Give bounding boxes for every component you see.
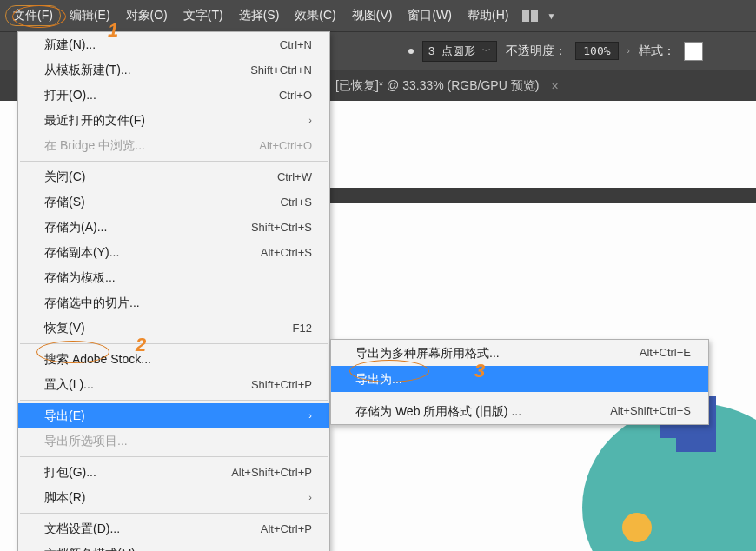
menu-item-label: 新建(N)... bbox=[44, 36, 96, 54]
menu-item[interactable]: 脚本(R)› bbox=[18, 485, 329, 510]
menu-item-label: 存储为模板... bbox=[44, 269, 116, 287]
menu-item-label: 搜索 Adobe Stock... bbox=[44, 350, 151, 368]
tab-title[interactable]: [已恢复]* @ 33.33% (RGB/GPU 预览) bbox=[335, 78, 539, 94]
separator bbox=[20, 513, 328, 514]
menu-item-label: 存储副本(Y)... bbox=[44, 243, 119, 262]
menu-item-label: 打开(O)... bbox=[44, 86, 96, 104]
submenu-item-label: 导出为多种屏幕所用格式... bbox=[355, 343, 500, 362]
menu-window[interactable]: 窗口(W) bbox=[401, 4, 459, 27]
separator bbox=[20, 343, 328, 344]
menu-item-shortcut: Ctrl+W bbox=[277, 168, 312, 186]
menu-item-shortcut: Ctrl+S bbox=[281, 193, 312, 211]
stroke-type: 点圆形 bbox=[441, 43, 475, 59]
menu-item[interactable]: 存储选中的切片... bbox=[18, 290, 329, 315]
menu-item[interactable]: 打包(G)...Alt+Shift+Ctrl+P bbox=[18, 460, 329, 485]
submenu-item[interactable]: 存储为 Web 所用格式 (旧版) ...Alt+Shift+Ctrl+S bbox=[331, 398, 708, 424]
menu-item[interactable]: 打开(O)...Ctrl+O bbox=[18, 83, 329, 108]
menu-item-shortcut: F12 bbox=[293, 319, 312, 337]
menu-item-label: 文档设置(D)... bbox=[44, 520, 120, 538]
menu-help[interactable]: 帮助(H) bbox=[461, 4, 515, 27]
menu-item[interactable]: 最近打开的文件(F)› bbox=[18, 108, 329, 133]
menu-item-label: 恢复(V) bbox=[44, 319, 85, 337]
menu-edit[interactable]: 编辑(E) bbox=[63, 4, 117, 27]
chevron-right-icon: › bbox=[308, 407, 312, 425]
menu-item-label: 关闭(C) bbox=[44, 168, 85, 186]
menu-item-label: 脚本(R) bbox=[44, 488, 85, 507]
menu-item[interactable]: 存储为(A)...Shift+Ctrl+S bbox=[18, 215, 329, 240]
menu-item[interactable]: 新建(N)...Ctrl+N bbox=[18, 32, 329, 57]
menu-view[interactable]: 视图(V) bbox=[345, 4, 400, 27]
menu-bar: 文件(F) 编辑(E) 对象(O) 文字(T) 选择(S) 效果(C) 视图(V… bbox=[0, 0, 756, 31]
menu-item-shortcut: Ctrl+O bbox=[279, 86, 312, 104]
export-submenu: 导出为多种屏幕所用格式...Alt+Ctrl+E导出为...存储为 Web 所用… bbox=[330, 339, 709, 425]
workspace-icon[interactable] bbox=[522, 10, 541, 22]
menu-item-label: 导出(E) bbox=[44, 407, 85, 425]
opacity-input[interactable]: 100% bbox=[575, 42, 618, 60]
menu-item-label: 存储为(A)... bbox=[44, 218, 107, 236]
menu-item[interactable]: 导出(E)› bbox=[18, 403, 329, 428]
menu-item-label: 文档颜色模式(M) bbox=[44, 545, 136, 551]
file-menu-dropdown: 新建(N)...Ctrl+N从模板新建(T)...Shift+Ctrl+N打开(… bbox=[17, 31, 330, 551]
chevron-down-icon: ﹀ bbox=[482, 45, 491, 57]
ruler-strip bbox=[330, 188, 756, 203]
submenu-item-shortcut: Alt+Ctrl+E bbox=[640, 343, 691, 362]
menu-item[interactable]: 存储(S)Ctrl+S bbox=[18, 189, 329, 215]
menu-item-shortcut: Alt+Shift+Ctrl+P bbox=[231, 463, 312, 481]
separator bbox=[20, 161, 328, 162]
stroke-size: 3 bbox=[428, 44, 434, 57]
opacity-label: 不透明度： bbox=[506, 43, 567, 59]
menu-item: 在 Bridge 中浏览...Alt+Ctrl+O bbox=[18, 133, 329, 158]
menu-item-shortcut: Shift+Ctrl+N bbox=[250, 61, 312, 79]
menu-item-shortcut: Alt+Ctrl+P bbox=[261, 520, 312, 538]
submenu-item-label: 导出为... bbox=[355, 369, 402, 388]
menu-item-shortcut: Shift+Ctrl+P bbox=[251, 375, 312, 394]
chevron-down-icon: ▼ bbox=[547, 11, 555, 21]
menu-select[interactable]: 选择(S) bbox=[232, 4, 287, 27]
menu-item[interactable]: 关闭(C)Ctrl+W bbox=[18, 164, 329, 189]
menu-item-label: 导出所选项目... bbox=[44, 432, 128, 450]
menu-item-label: 存储选中的切片... bbox=[44, 294, 140, 312]
menu-item[interactable]: 从模板新建(T)...Shift+Ctrl+N bbox=[18, 57, 329, 83]
menu-item[interactable]: 文档设置(D)...Alt+Ctrl+P bbox=[18, 516, 329, 541]
menu-item[interactable]: 存储副本(Y)...Alt+Ctrl+S bbox=[18, 240, 329, 265]
menu-item[interactable]: 恢复(V)F12 bbox=[18, 315, 329, 341]
style-swatch[interactable] bbox=[684, 42, 703, 61]
style-label: 样式： bbox=[639, 43, 675, 59]
menu-item-shortcut: Ctrl+N bbox=[280, 36, 312, 54]
chevron-right-icon: › bbox=[308, 545, 312, 551]
menu-item[interactable]: 搜索 Adobe Stock... bbox=[18, 347, 329, 372]
menu-item-label: 最近打开的文件(F) bbox=[44, 111, 145, 129]
separator bbox=[20, 456, 328, 457]
menu-item-label: 从模板新建(T)... bbox=[44, 61, 131, 79]
menu-effect[interactable]: 效果(C) bbox=[288, 4, 342, 27]
stroke-select[interactable]: 3 点圆形 ﹀ bbox=[422, 41, 497, 62]
chevron-right-icon[interactable]: › bbox=[627, 46, 630, 56]
menu-item-shortcut: Shift+Ctrl+S bbox=[251, 218, 312, 236]
menu-item-shortcut: Alt+Ctrl+O bbox=[259, 136, 312, 155]
bullet-icon bbox=[408, 49, 414, 54]
chevron-right-icon: › bbox=[308, 488, 312, 507]
menu-item[interactable]: 存储为模板... bbox=[18, 265, 329, 290]
menu-item-label: 存储(S) bbox=[44, 193, 85, 211]
submenu-item-shortcut: Alt+Shift+Ctrl+S bbox=[610, 402, 691, 421]
separator bbox=[333, 395, 706, 395]
menu-item: 导出所选项目... bbox=[18, 428, 329, 454]
menu-item[interactable]: 文档颜色模式(M)› bbox=[18, 541, 329, 551]
submenu-item-label: 存储为 Web 所用格式 (旧版) ... bbox=[355, 402, 521, 421]
menu-item-label: 打包(G)... bbox=[44, 463, 96, 481]
menu-file[interactable]: 文件(F) bbox=[5, 5, 61, 26]
submenu-item[interactable]: 导出为多种屏幕所用格式...Alt+Ctrl+E bbox=[331, 340, 708, 366]
menu-item-label: 在 Bridge 中浏览... bbox=[44, 136, 145, 155]
menu-item-shortcut: Alt+Ctrl+S bbox=[261, 243, 312, 262]
submenu-item[interactable]: 导出为... bbox=[331, 366, 708, 392]
menu-item-label: 置入(L)... bbox=[44, 375, 94, 394]
menu-object[interactable]: 对象(O) bbox=[119, 4, 175, 27]
menu-item[interactable]: 置入(L)...Shift+Ctrl+P bbox=[18, 372, 329, 397]
menu-type[interactable]: 文字(T) bbox=[176, 4, 230, 27]
chevron-right-icon: › bbox=[308, 111, 312, 129]
separator bbox=[20, 400, 328, 401]
close-icon[interactable]: × bbox=[551, 79, 558, 93]
